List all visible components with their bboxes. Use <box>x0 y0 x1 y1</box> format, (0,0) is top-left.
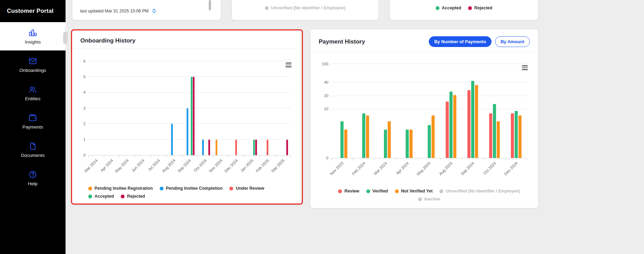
bar-pending-invitee-registration[interactable] <box>216 140 217 155</box>
legend-item-rejected[interactable]: Rejected <box>468 6 492 10</box>
y-gridline <box>331 64 527 64</box>
payment-card-header: Payment History By Number of Payments By… <box>310 29 538 51</box>
legend-item-verified[interactable]: Verified <box>366 189 388 194</box>
sidebar-item-onboardings[interactable]: Onboardings <box>0 50 66 79</box>
bar-review[interactable] <box>467 90 470 158</box>
bar-review[interactable] <box>489 113 492 158</box>
legend-item-not-verified-yet[interactable]: Not Verified Yet <box>395 189 433 194</box>
legend-item-under-review[interactable]: Under Review <box>229 186 264 191</box>
legend-dot <box>229 187 233 190</box>
bar-pending-invitee-completion[interactable] <box>202 140 204 155</box>
bar-pending-invitee-completion[interactable] <box>187 108 188 155</box>
x-axis-label: Dec 2024 <box>224 158 238 173</box>
bar-not-verified-yet[interactable] <box>388 121 391 158</box>
bar-under-review[interactable] <box>235 140 237 155</box>
x-axis-tick <box>527 158 527 160</box>
x-axis-tick <box>353 158 353 160</box>
sidebar-item-entities[interactable]: Entities <box>0 79 66 107</box>
x-axis-label: Mar 2024 <box>373 161 388 176</box>
bar-not-verified-yet[interactable] <box>432 115 435 158</box>
bar-rejected[interactable] <box>255 140 257 155</box>
chart-legend: Pending Invitee RegistrationPending Invi… <box>88 186 291 199</box>
sidebar-item-help[interactable]: Help <box>0 164 66 192</box>
last-updated-row: last updated Mar 31 2025 15:06 PM <box>72 0 221 13</box>
payment-history-title: Payment History <box>319 38 365 45</box>
x-axis-label: Mar 2024 <box>83 158 98 173</box>
x-axis-label: Mar 2025 <box>270 158 285 173</box>
sidebar-item-documents[interactable]: Documents <box>0 135 66 164</box>
legend-item-accepted[interactable]: Accepted <box>436 6 461 10</box>
legend-item-unverified-no-identifier-employee[interactable]: Unverified (No Identifier / Employee) <box>265 6 345 10</box>
legend-item-inactive[interactable]: Inactive <box>418 197 440 201</box>
legend-label: Pending Invitee Completion <box>166 186 223 191</box>
legend-item-accepted[interactable]: Accepted <box>88 194 114 199</box>
y-gridline <box>88 108 291 108</box>
bar-accepted[interactable] <box>191 77 192 155</box>
x-axis-tick <box>135 156 135 158</box>
bar-rejected[interactable] <box>193 77 195 155</box>
bar-verified[interactable] <box>428 125 431 158</box>
legend-item-pending-invitee-completion[interactable]: Pending Invitee Completion <box>160 186 223 191</box>
bar-not-verified-yet[interactable] <box>366 115 369 158</box>
sidebar-item-label: Insights <box>25 39 41 45</box>
x-axis-label: Aug 2024 <box>438 161 453 176</box>
by-number-of-payments-button[interactable]: By Number of Payments <box>429 36 492 47</box>
by-amount-button[interactable]: By Amount <box>495 36 530 47</box>
bar-not-verified-yet[interactable] <box>518 115 522 158</box>
bar-verified[interactable] <box>406 130 409 158</box>
bar-rejected[interactable] <box>286 140 288 155</box>
x-axis-tick <box>418 158 418 160</box>
onboarding-history-title: Onboarding History <box>80 37 136 44</box>
bar-rejected[interactable] <box>208 140 210 155</box>
x-axis-tick <box>462 158 462 160</box>
legend-label: Unverified (No Identifier / Employee) <box>446 189 520 194</box>
bar-not-verified-yet[interactable] <box>475 85 478 158</box>
last-updated-text: last updated Mar 31 2025 15:06 PM <box>80 9 149 13</box>
sidebar-item-payments[interactable]: Payments <box>0 107 66 135</box>
bar-not-verified-yet[interactable] <box>344 130 347 158</box>
y-gridline <box>88 92 291 93</box>
legend-label: Rejected <box>127 194 145 199</box>
legend-item-pending-invitee-registration[interactable]: Pending Invitee Registration <box>88 186 153 191</box>
legend-item-unverified-no-identifier-employee[interactable]: Unverified (No Identifier / Employee) <box>439 189 520 194</box>
main-content: last updated Mar 31 2025 15:06 PM Unveri… <box>66 0 644 254</box>
bar-verified[interactable] <box>515 111 518 158</box>
bar-not-verified-yet[interactable] <box>497 121 500 158</box>
y-gridline <box>331 109 527 109</box>
x-axis-label: Sep 2024 <box>177 158 192 173</box>
x-axis-tick <box>331 158 331 160</box>
x-axis-tick <box>213 156 213 158</box>
scrollbar-thumb[interactable] <box>209 0 211 10</box>
x-axis-tick <box>375 158 375 160</box>
bar-verified[interactable] <box>384 130 387 158</box>
y-axis-label: 1 <box>72 138 86 142</box>
legend-item-rejected[interactable]: Rejected <box>121 194 145 199</box>
bar-not-verified-yet[interactable] <box>453 95 456 158</box>
bar-pending-invitee-completion[interactable] <box>171 124 173 155</box>
bar-review[interactable] <box>446 102 449 158</box>
legend-label: Inactive <box>424 197 440 201</box>
bar-not-verified-yet[interactable] <box>409 130 413 158</box>
legend-label: Not Verified Yet <box>401 189 433 194</box>
x-axis-tick <box>104 156 104 158</box>
bar-under-review[interactable] <box>267 140 268 155</box>
sidebar-item-insights[interactable]: Insights <box>0 22 66 50</box>
bar-accepted[interactable] <box>253 140 255 155</box>
y-axis-label: 0 <box>72 153 86 157</box>
bar-verified[interactable] <box>493 104 496 158</box>
bar-verified[interactable] <box>471 81 474 158</box>
sidebar-collapse-handle[interactable] <box>63 32 68 44</box>
y-gridline <box>88 123 291 124</box>
bar-verified[interactable] <box>362 113 365 158</box>
x-axis-tick <box>484 158 484 160</box>
unverified-legend-card: Unverified (No Identifier / Employee) <box>232 0 378 20</box>
refresh-icon[interactable] <box>151 8 157 13</box>
bar-review[interactable] <box>511 113 514 158</box>
x-axis-label: Feb 2025 <box>255 158 270 173</box>
bar-verified[interactable] <box>340 121 344 158</box>
legend-label: Review <box>344 189 359 194</box>
legend-item-review[interactable]: Review <box>338 189 359 194</box>
bar-verified[interactable] <box>449 92 453 158</box>
legend-label: Rejected <box>474 6 492 10</box>
y-axis-label: 0 <box>315 156 328 160</box>
